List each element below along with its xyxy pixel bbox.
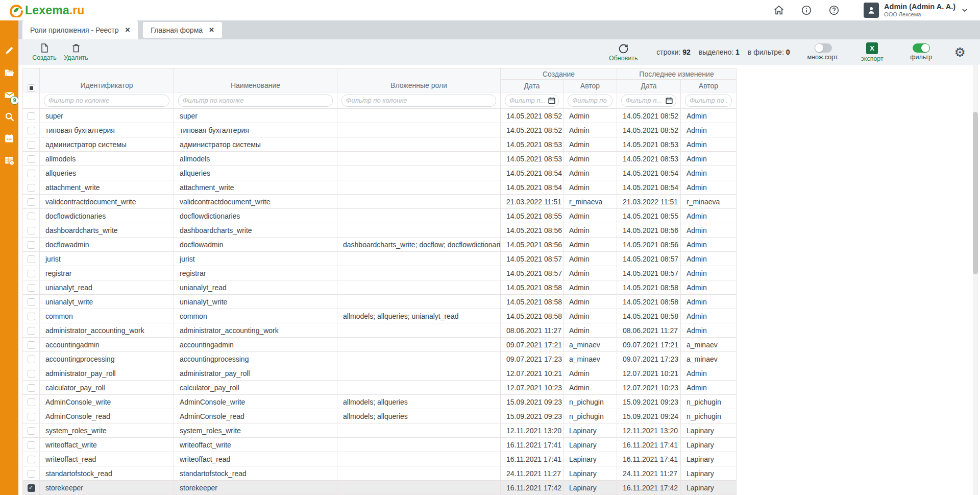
user-menu[interactable]: Admin (Admin A. A.) ООО Лексема [864, 3, 969, 18]
table-row[interactable]: allmodels allmodels 14.05.2021 08:53 Adm… [23, 152, 737, 166]
select-all-checkbox[interactable] [28, 84, 35, 92]
table-row[interactable]: storekeeper storekeeper 16.11.2021 17:42… [23, 481, 737, 495]
cell-name: calculator_pay_roll [174, 381, 337, 395]
row-checkbox[interactable] [28, 298, 35, 306]
delete-button[interactable]: Удалить [60, 43, 92, 61]
lexema-logo[interactable]: Lexema.ru [9, 4, 84, 17]
table-row[interactable]: administrator_accounting_work administra… [23, 323, 737, 338]
pencil-icon[interactable] [4, 45, 15, 56]
cell-changed-author: Lapinary [681, 481, 737, 495]
column-header-nested-roles[interactable]: Вложенные роли [337, 68, 501, 92]
table-row[interactable]: accountingprocessing accountingprocessin… [23, 352, 737, 366]
table-row[interactable]: calculator_pay_roll calculator_pay_roll … [23, 381, 737, 395]
table-row[interactable]: AdminConsole_write AdminConsole_write al… [23, 395, 737, 409]
calendar-icon[interactable] [548, 97, 555, 104]
table-row[interactable]: docflowdictionaries docflowdictionaries … [23, 209, 737, 223]
row-checkbox[interactable] [28, 127, 35, 134]
row-checkbox[interactable] [28, 341, 35, 349]
row-checkbox[interactable] [28, 213, 35, 220]
mail-icon[interactable]: 9 [4, 89, 15, 100]
row-checkbox[interactable] [28, 327, 35, 335]
table-row[interactable]: standartofstock_read standartofstock_rea… [23, 466, 737, 481]
calendar-icon[interactable] [666, 97, 673, 104]
multisort-toggle[interactable]: множ.сорт. [807, 43, 839, 61]
cell-created-author: Lapinary [564, 481, 617, 495]
table-row[interactable]: dashboardcharts_write dashboardcharts_wr… [23, 223, 737, 238]
table-row[interactable]: writeoffact_read writeoffact_read 16.11.… [23, 452, 737, 466]
table-row[interactable]: типовая бухгалтерия типовая бухгалтерия … [23, 123, 737, 137]
table-row[interactable]: docflowadmin docflowadmin dashboardchart… [23, 238, 737, 252]
row-checkbox[interactable] [28, 141, 35, 149]
report-clock-icon[interactable] [4, 155, 15, 166]
table-row[interactable]: system_roles_write system_roles_write 12… [23, 423, 737, 438]
scrollbar-thumb[interactable] [973, 112, 978, 274]
filter-input-changed-author[interactable] [685, 95, 732, 107]
create-button[interactable]: Создать [29, 43, 60, 61]
row-checkbox[interactable] [28, 227, 35, 234]
toggle-off-icon[interactable] [815, 43, 832, 53]
gear-icon[interactable]: ⚙ [954, 46, 966, 59]
table-row[interactable]: jurist jurist 14.05.2021 08:57 Admin 14.… [23, 252, 737, 266]
toggle-on-icon[interactable] [913, 43, 930, 53]
table-row[interactable]: unianalyt_read unianalyt_read 14.05.2021… [23, 280, 737, 295]
table-row[interactable]: common common allmodels; allqueries; uni… [23, 309, 737, 323]
chevron-down-icon[interactable] [961, 6, 969, 14]
row-checkbox[interactable] [28, 470, 35, 478]
trash-icon [71, 43, 81, 53]
refresh-button[interactable]: Обновить [607, 43, 639, 62]
help-icon[interactable] [828, 4, 840, 16]
row-checkbox[interactable] [28, 413, 35, 420]
row-checkbox[interactable] [28, 370, 35, 378]
table-row[interactable]: unianalyt_write unianalyt_write 14.05.20… [23, 295, 737, 309]
row-checkbox[interactable] [28, 398, 35, 406]
close-icon[interactable]: ✕ [209, 26, 214, 34]
table-row[interactable]: attachment_write attachment_write 14.05.… [23, 180, 737, 195]
row-checkbox[interactable] [28, 427, 35, 435]
filter-input-name[interactable] [178, 95, 333, 107]
row-checkbox[interactable] [28, 441, 35, 449]
column-header-identifier[interactable]: Идентификатор [40, 68, 174, 92]
column-header-changed-author[interactable]: Автор [681, 80, 737, 92]
row-checkbox[interactable] [28, 112, 35, 120]
info-icon[interactable] [800, 4, 813, 16]
table-row[interactable]: writeoffact_write writeoffact_write 16.1… [23, 438, 737, 452]
tab-roles-registry[interactable]: Роли приложения - Реестр ✕ [22, 20, 138, 39]
filter-input-created-author[interactable] [568, 95, 612, 107]
column-header-changed-date[interactable]: Дата [617, 80, 681, 92]
row-checkbox[interactable] [28, 284, 35, 292]
row-checkbox[interactable] [28, 198, 35, 206]
row-checkbox[interactable] [28, 170, 35, 177]
table-row[interactable]: allqueries allqueries 14.05.2021 08:54 A… [23, 166, 737, 180]
row-checkbox[interactable] [28, 270, 35, 277]
filter-toggle[interactable]: фильтр [905, 43, 937, 61]
row-checkbox[interactable] [28, 484, 35, 492]
filter-input-identifier[interactable] [44, 95, 169, 107]
folder-icon[interactable] [4, 67, 15, 78]
row-checkbox[interactable] [28, 155, 35, 163]
column-header-created-author[interactable]: Автор [564, 80, 617, 92]
close-icon[interactable]: ✕ [125, 26, 130, 34]
table-row[interactable]: administrator_pay_roll administrator_pay… [23, 366, 737, 381]
row-checkbox[interactable] [28, 241, 35, 249]
row-checkbox[interactable] [28, 184, 35, 192]
row-checkbox[interactable] [28, 255, 35, 263]
table-row[interactable]: super super 14.05.2021 08:52 Admin 14.05… [23, 109, 737, 123]
home-icon[interactable] [773, 4, 785, 16]
row-checkbox[interactable] [28, 384, 35, 392]
calendar-icon[interactable] [4, 133, 15, 144]
row-checkbox[interactable] [28, 456, 35, 463]
table-row[interactable]: validcontractdocument_write validcontrac… [23, 195, 737, 209]
tab-main-form[interactable]: Главная форма ✕ [143, 22, 222, 38]
table-row[interactable]: AdminConsole_read AdminConsole_read allm… [23, 409, 737, 423]
table-row[interactable]: registrar registrar 14.05.2021 08:57 Adm… [23, 266, 737, 280]
column-header-name[interactable]: Наименование [174, 68, 337, 92]
filter-input-nested-roles[interactable] [341, 95, 496, 107]
table-row[interactable]: администратор системы администратор сист… [23, 137, 737, 152]
export-button[interactable]: X экспорт [856, 42, 888, 62]
row-checkbox[interactable] [28, 356, 35, 363]
search-icon[interactable] [4, 111, 15, 122]
row-checkbox[interactable] [28, 313, 35, 320]
vertical-scrollbar[interactable] [973, 65, 978, 495]
column-header-created-date[interactable]: Дата [501, 80, 564, 92]
table-row[interactable]: accountingadmin accountingadmin 09.07.20… [23, 338, 737, 352]
